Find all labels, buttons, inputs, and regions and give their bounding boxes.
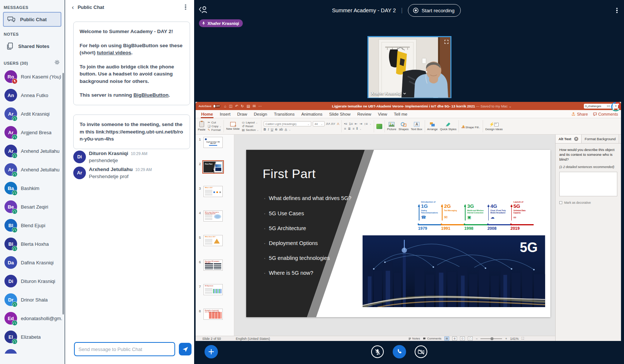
ppt-new-slide-button[interactable]: New Slide [226, 122, 239, 131]
ppt-quick-styles-button[interactable]: Quick Styles [440, 122, 456, 131]
share-webcam-button[interactable] [415, 345, 427, 358]
ppt-cut-button[interactable]: ✂Cut [208, 121, 221, 124]
ppt-textbox-button[interactable]: AText Box [411, 122, 422, 131]
screenshare-fullscreen-icon[interactable] [607, 97, 624, 116]
user-list-item[interactable] [0, 346, 64, 354]
user-list-item[interactable]: Ar Ardit Krasniqi [0, 104, 64, 123]
slide-thumbnail-row[interactable]: 3 What is 5G? [196, 186, 234, 210]
ppt-align-icons[interactable]: ≡≣≡⫴⌄ [344, 127, 371, 131]
user-list-item[interactable]: Ar Arxhend Jetullahu [0, 160, 64, 179]
chat-message-input[interactable] [74, 342, 175, 356]
ppt-list-indent-icons[interactable]: •≡1≡⇤⇥↕≡⌄ [344, 122, 371, 126]
webcam-fullscreen-icon[interactable] [444, 39, 448, 45]
actions-plus-button[interactable] [205, 345, 218, 358]
mark-decorative-checkbox[interactable] [559, 201, 562, 204]
talking-indicator-pill[interactable]: Xhafer Krasniqi [199, 19, 243, 27]
ppt-autosave-toggle[interactable]: AutoSave OFF [199, 104, 221, 108]
ppt-redo-icon[interactable]: ↻ [241, 104, 244, 108]
slide-thumbnail[interactable]: Implementimi i 5G dhe IoT [203, 137, 223, 148]
ppt-more-icon[interactable]: ⋯ [258, 104, 262, 108]
slideshow-view-button[interactable]: ▢ [468, 336, 473, 341]
ppt-save-icon[interactable]: ◫ [229, 104, 232, 108]
ppt-menu-tab[interactable]: Design [251, 111, 271, 117]
ppt-menu-tab[interactable]: Insert [216, 111, 234, 117]
slide-thumbnail-row[interactable]: 7 5G Spectrum [196, 284, 234, 309]
ppt-menu-tab[interactable]: Review [354, 111, 375, 117]
chat-options-kebab-icon[interactable] [182, 3, 189, 11]
user-list-item[interactable]: Bl Blerta Hoxha [0, 235, 64, 253]
ppt-menu-tab[interactable]: Transitions [270, 111, 298, 117]
format-background-tab[interactable]: Format Background [582, 135, 619, 143]
user-list-item[interactable]: Di Dituron Krasniqi [0, 272, 64, 290]
ppt-print-icon[interactable]: ▤ [247, 104, 250, 108]
webcam-name-label[interactable]: Xhafer Krasniqi [371, 91, 406, 96]
ppt-menu-tab[interactable]: View [374, 111, 390, 117]
leave-audio-button[interactable] [393, 345, 406, 358]
ppt-shapes-button[interactable]: Shapes [399, 122, 409, 131]
ppt-home-icon[interactable]: ⌂ [224, 104, 226, 108]
ppt-layout-button[interactable]: ▭Layout⌄ [242, 121, 258, 124]
ppt-paste-button[interactable]: Paste [198, 121, 205, 131]
ppt-picture-button[interactable]: Picture [387, 122, 396, 131]
notes-toggle[interactable]: Notes [408, 337, 420, 340]
zoom-out-button[interactable]: − [476, 337, 477, 341]
alt-text-textarea[interactable] [559, 172, 617, 196]
ppt-arrange-button[interactable]: Arrange [427, 122, 438, 131]
send-message-button[interactable] [179, 343, 192, 355]
ppt-menu-tab[interactable]: Animations [298, 111, 326, 117]
close-icon[interactable]: ✕ [574, 137, 578, 141]
slide-thumbnail[interactable]: What drives 5G? [203, 235, 223, 246]
ppt-menu-tab[interactable]: Draw [234, 111, 251, 117]
sidebar-item-public-chat[interactable]: Public Chat [3, 12, 61, 27]
ppt-font-name-select[interactable]: Calibri Light (Headings)⌄ [264, 121, 311, 126]
current-slide[interactable]: First Part What defines and what drives … [246, 150, 550, 317]
webcam-video[interactable]: Xhafer Krasniqi [367, 36, 451, 98]
ppt-reset-button[interactable]: ↺Reset [242, 125, 258, 128]
slide-thumbnail-row[interactable]: 4 5G is more than just a Cellular Networ… [196, 210, 234, 235]
user-list-item[interactable]: Da Dafina Krasniqi [0, 253, 64, 272]
user-list-item[interactable]: Ar Arxhend Jetullahu [0, 142, 64, 160]
ppt-convert-smartart-button[interactable] [376, 124, 382, 129]
comments-toggle[interactable]: Comments [423, 337, 441, 340]
zoom-in-button[interactable]: + [505, 337, 507, 341]
user-list-item[interactable]: Ed edonatasholli@gm... [0, 309, 64, 328]
sidebar-item-shared-notes[interactable]: Shared Notes [3, 39, 61, 54]
user-list-item[interactable]: Bl Blend Ejupi [0, 216, 64, 235]
user-list-item[interactable]: An Annea Futko [0, 86, 64, 104]
slide-thumbnail-row[interactable]: 8 Examples of potential use cases usage … [196, 309, 234, 333]
user-list-item[interactable]: Ar Argjend Bresa [0, 123, 64, 142]
bigbluebutton-link[interactable]: BigBlueButton [134, 92, 168, 98]
normal-view-button[interactable]: ▤ [444, 336, 449, 341]
slide-thumbnail[interactable]: What is 5G? [203, 186, 223, 197]
ppt-undo-icon[interactable]: ↶ [235, 104, 238, 108]
user-list-item[interactable]: Ba Bashkim [0, 179, 64, 197]
ppt-menu-tab[interactable]: Slide Show [326, 111, 354, 117]
ppt-shape-fill-button[interactable]: Shape Fill⌄ [461, 123, 480, 130]
user-list-item[interactable]: Dr Drinor Shala [0, 290, 64, 309]
user-list-item[interactable]: El Elizabeta [0, 328, 64, 346]
chat-back-chevron-icon[interactable]: ‹ [72, 4, 74, 10]
slide-thumbnail[interactable]: How does 5G compare with 4G? [203, 260, 223, 271]
ppt-copy-button[interactable]: ❏Copy⌄ [208, 125, 221, 128]
alt-text-tab[interactable]: Alt Text✕ [556, 135, 582, 143]
slide-thumbnail-row[interactable]: 1 Implementimi i 5G dhe IoT [196, 137, 234, 161]
user-list-item[interactable]: Be Besart Zeqiri [0, 197, 64, 216]
slide-thumbnail[interactable]: 5G is more than just a Cellular Network [203, 210, 223, 222]
start-recording-button[interactable]: Start recording [408, 4, 461, 17]
ppt-font-style-icons[interactable]: BIUSabA̲⌄ [264, 128, 340, 131]
ppt-section-button[interactable]: ▤Section⌄ [242, 128, 258, 132]
user-list-item[interactable]: Ro Roni Kasemi (You) [0, 67, 64, 86]
slide-sorter-view-button[interactable]: ⊞ [452, 336, 457, 341]
user-list-scrollbar[interactable] [62, 73, 64, 315]
mute-microphone-button[interactable] [371, 345, 384, 358]
tutorial-videos-link[interactable]: tutorial videos [97, 50, 131, 55]
slide-thumbnail-row[interactable]: 6 How does 5G compare with 4G? [196, 260, 234, 284]
ppt-menu-tab[interactable]: Home [198, 111, 216, 117]
slide-thumbnail[interactable]: Examples of potential use cases usage in… [203, 309, 223, 320]
ppt-menu-tab[interactable]: Tell me [390, 111, 411, 117]
slide-thumbnail[interactable]: 5G Spectrum [203, 284, 223, 295]
options-kebab-icon[interactable] [614, 7, 620, 14]
ppt-format-painter-button[interactable]: ✎Format [208, 128, 221, 132]
reading-view-button[interactable]: ⊡ [460, 336, 465, 341]
ppt-share-button[interactable]: Share [572, 112, 588, 116]
